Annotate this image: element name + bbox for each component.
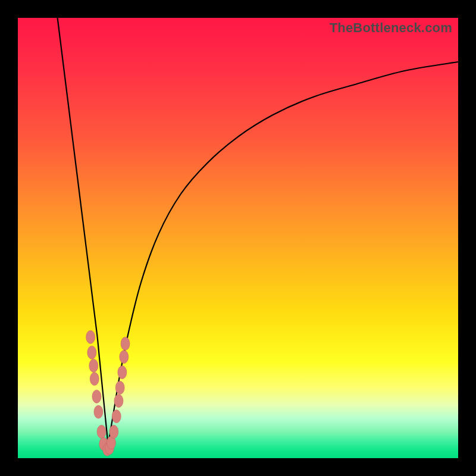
data-point-marker	[120, 350, 129, 364]
data-point-marker	[109, 425, 118, 439]
data-point-marker	[90, 372, 99, 386]
data-point-marker	[115, 381, 124, 394]
data-point-marker	[114, 394, 123, 408]
data-point-marker	[112, 410, 121, 423]
data-point-marker	[97, 425, 106, 439]
data-point-marker	[87, 346, 96, 359]
curve-right-branch	[108, 62, 458, 445]
data-point-marker	[118, 366, 127, 379]
chart-frame: TheBottleneck.com	[0, 0, 476, 476]
data-point-marker	[94, 405, 103, 418]
curve-left-branch	[58, 18, 108, 445]
data-point-marker	[89, 359, 98, 372]
data-point-marker	[86, 331, 95, 344]
data-point-marker	[121, 337, 130, 350]
data-point-marker	[92, 390, 101, 403]
curve-layer	[18, 18, 458, 458]
plot-area: TheBottleneck.com	[18, 18, 458, 458]
